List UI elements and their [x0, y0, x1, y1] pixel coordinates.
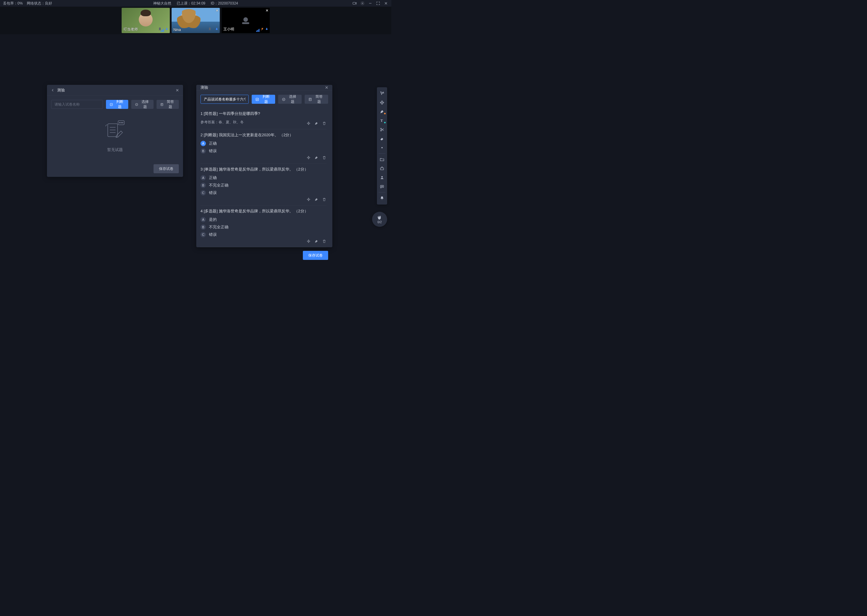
signal-icon [256, 29, 260, 32]
folder-icon[interactable] [377, 155, 387, 164]
option-label: 错误 [209, 148, 217, 154]
add-judge-button[interactable]: 判断题 [252, 95, 275, 104]
quiz-panel-filled: 测验 判断题 选择题 简答题 1 [简答题] 一年四季分别是哪四季?参考答案：春… [196, 85, 333, 247]
session-id: ID：2020070324 [211, 1, 238, 6]
question-option[interactable]: C错误 [200, 232, 326, 237]
question-title: 4 [多选题] 施华洛世奇是反华品牌，所以梁鼎琪反华。 （2分） [200, 209, 326, 214]
svg-rect-16 [110, 103, 113, 105]
delete-icon[interactable] [322, 239, 326, 244]
edit-icon[interactable] [314, 239, 318, 244]
user-icon[interactable] [377, 173, 387, 182]
add-short-button[interactable]: 简答题 [305, 95, 328, 104]
question-option[interactable]: B不完全正确 [200, 182, 326, 188]
move-tool-icon[interactable] [377, 98, 387, 107]
pen-tool-icon[interactable] [377, 107, 387, 116]
svg-point-40 [380, 130, 381, 131]
bell-icon[interactable] [377, 194, 387, 203]
mic-icon [165, 27, 169, 32]
question-option[interactable]: A正确 [200, 141, 326, 146]
question-title: 2 [判断题] 我国宪法上一次更新是在2020年。 （2分） [200, 132, 326, 138]
back-icon[interactable] [50, 88, 55, 92]
svg-point-45 [381, 186, 381, 187]
svg-rect-31 [256, 98, 258, 101]
video-tile-teacher[interactable]: 叮当老师 [121, 8, 170, 33]
svg-rect-10 [242, 22, 249, 24]
add-choice-button[interactable]: 选择题 [131, 100, 153, 109]
video-tile-student[interactable]: ✕ Nina [172, 8, 220, 33]
video-name: Nina [173, 28, 181, 32]
video-close-icon[interactable]: ✕ [265, 8, 268, 13]
right-toolbar: T [377, 87, 387, 204]
move-icon[interactable] [306, 121, 311, 126]
toolbox-icon[interactable] [377, 164, 387, 173]
video-tile-student[interactable]: ✕ 王小明 [222, 8, 270, 33]
fullscreen-icon[interactable] [376, 1, 380, 6]
signal-icon [161, 29, 164, 32]
svg-rect-42 [380, 168, 384, 170]
eraser-tool-icon[interactable] [377, 134, 387, 143]
svg-text:T: T [380, 118, 383, 123]
question-option[interactable]: B错误 [200, 148, 326, 154]
move-icon[interactable] [306, 197, 311, 201]
video-name: 叮当老师 [123, 27, 138, 32]
option-letter: A [200, 141, 206, 146]
settings-icon[interactable] [360, 1, 365, 6]
text-tool-icon[interactable]: T [377, 116, 387, 125]
minimize-icon[interactable] [368, 1, 373, 6]
question-option[interactable]: B不完全正确 [200, 225, 326, 230]
edit-icon[interactable] [314, 197, 318, 201]
empty-state: 暂无试题 [51, 109, 179, 160]
camera-toggle-icon[interactable] [352, 1, 357, 6]
delete-icon[interactable] [322, 156, 326, 160]
close-icon[interactable] [325, 85, 329, 90]
video-name: 王小明 [223, 27, 234, 32]
svg-rect-21 [108, 124, 118, 137]
add-short-button[interactable]: 简答题 [156, 100, 179, 109]
raise-hand-button[interactable]: 0/2 [372, 212, 387, 227]
question-item: 1 [简答题] 一年四季分别是哪四季?参考答案：春、夏、秋、冬 [200, 108, 326, 129]
option-label: 错误 [209, 232, 217, 237]
delete-icon[interactable] [322, 197, 326, 201]
quiz-name-input[interactable] [200, 95, 249, 104]
option-letter: A [200, 217, 206, 222]
video-strip: 叮当老师 ✕ Nina ✕ 王小明 [0, 6, 391, 34]
video-close-icon[interactable]: ✕ [216, 8, 219, 13]
svg-point-41 [381, 147, 383, 148]
option-letter: A [200, 175, 206, 181]
close-icon[interactable] [175, 88, 180, 92]
panel-title: 测验 [200, 85, 322, 90]
save-quiz-button[interactable]: 保存试卷 [153, 164, 179, 173]
quiz-name-input[interactable] [51, 100, 103, 109]
option-letter: C [200, 232, 206, 237]
brightness-tool-icon[interactable] [377, 143, 387, 152]
option-label: 不完全正确 [209, 225, 229, 230]
question-option[interactable]: C错误 [200, 190, 326, 195]
option-label: 是的 [209, 217, 217, 222]
chat-icon[interactable] [377, 182, 387, 191]
empty-text: 暂无试题 [107, 147, 123, 152]
scissors-tool-icon[interactable] [377, 125, 387, 134]
move-icon[interactable] [306, 156, 311, 160]
question-option[interactable]: A正确 [200, 175, 326, 181]
mic-icon [215, 27, 219, 32]
save-quiz-button[interactable]: 保存试卷 [303, 251, 328, 260]
course-title: 神秘大自然 [153, 1, 171, 6]
close-window-icon[interactable] [383, 1, 388, 6]
quiz-panel-empty: 测验 判断题 选择题 简答题 暂无试题 保存试卷 [47, 85, 183, 177]
question-option[interactable]: A是的 [200, 217, 326, 222]
edit-icon[interactable] [314, 156, 318, 160]
option-letter: B [200, 225, 206, 230]
svg-point-43 [381, 176, 383, 178]
question-title: 3 [单选题] 施华洛世奇是反华品牌，所以梁鼎琪反华。 （2分） [200, 167, 326, 172]
svg-point-39 [380, 128, 381, 129]
mic-icon [265, 27, 268, 32]
question-item: 2 [判断题] 我国宪法上一次更新是在2020年。 （2分）A正确B错误 [200, 129, 326, 163]
add-judge-button[interactable]: 判断题 [106, 100, 128, 109]
edit-icon[interactable] [314, 121, 318, 126]
move-icon[interactable] [306, 239, 311, 244]
elapsed-time: 已上课：02:34:09 [177, 1, 205, 6]
add-choice-button[interactable]: 选择题 [278, 95, 302, 104]
option-label: 不完全正确 [209, 182, 229, 188]
delete-icon[interactable] [322, 121, 326, 126]
pointer-tool-icon[interactable] [377, 89, 387, 98]
